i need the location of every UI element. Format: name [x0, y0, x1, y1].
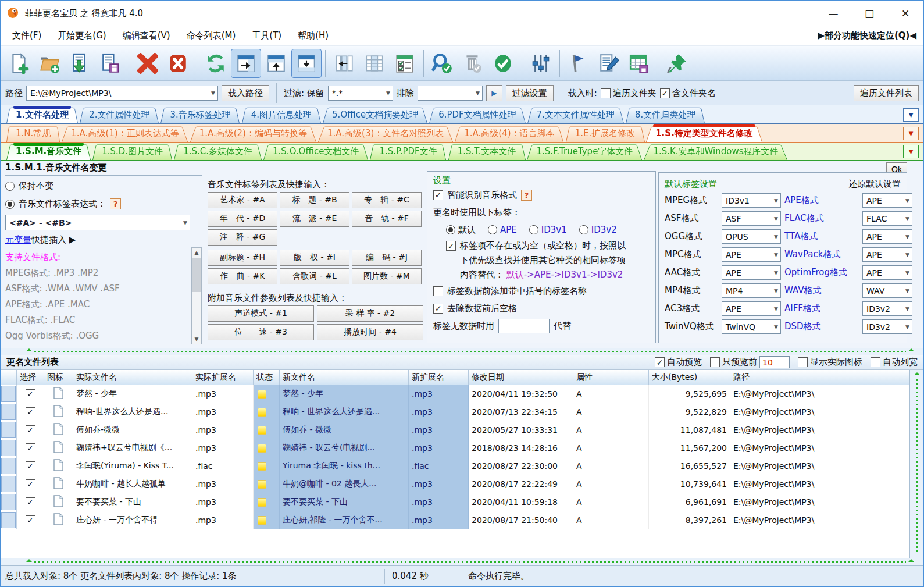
save-file-list-icon[interactable] [95, 49, 125, 78]
row-select-checkbox[interactable] [26, 479, 35, 489]
row-selector[interactable] [1, 385, 17, 403]
quick-locate-label[interactable]: ▶部分功能快速定位(Q)◀ [818, 30, 916, 41]
traverse-folders-checkbox[interactable] [601, 88, 611, 98]
format-tag-select[interactable]: ID3v1▼ [722, 193, 781, 208]
bracket-prefix-option[interactable]: 标签数据前添加带中括号的标签名称 [433, 282, 650, 300]
tabs2-tab-3[interactable]: 1.A.高级(2)：编码与转换等 [190, 124, 316, 142]
execute-rename-icon[interactable] [488, 49, 518, 78]
table-row[interactable]: 庄心妍 - 一万个舍不得.mp3庄心妍,祁隆 - 一万个舍不....mp3202… [1, 511, 909, 529]
table-row[interactable]: 傅如乔-微微.mp3傅如乔 - 微微.mp32020/05/27 10:33:3… [1, 421, 909, 439]
tabs1-tab-2[interactable]: 2.文件属性处理 [80, 106, 159, 123]
row-select-cell[interactable] [17, 511, 44, 529]
tag-insert-button[interactable]: 含歌词 - #L [280, 268, 349, 284]
table-row[interactable]: 梦然 - 少年.mp3梦然 - 少年.mp32020/04/11 19:32:5… [1, 385, 909, 403]
format-tag-select[interactable]: FLAC▼ [862, 211, 912, 226]
row-select-checkbox[interactable] [26, 497, 35, 507]
tag-insert-button[interactable]: 图片数 - #M [352, 268, 422, 284]
format-tag-select[interactable]: TwinVQ▼ [722, 319, 781, 334]
smart-detect-option[interactable]: 智能识别音乐格式 ? [433, 186, 650, 204]
table-row[interactable]: 牛奶咖啡 - 越长大越孤单.mp3牛奶@咖啡 - 02 越長大....mp320… [1, 475, 909, 493]
column-header-3[interactable]: 实际文件名 [73, 370, 192, 385]
auto-preview-option[interactable]: 自动预览 [655, 357, 702, 368]
tabs2-tab-1[interactable]: 1.N.常规 [6, 124, 60, 142]
tag-ape-option[interactable]: APE [488, 225, 517, 235]
filter-exclude-combobox[interactable]: ▼ [418, 86, 483, 101]
tag-insert-button[interactable]: 编 码 - #J [352, 250, 422, 266]
tag-insert-button[interactable]: 副标题 - #H [208, 250, 277, 266]
tabs3-tab-8[interactable]: 1.S.K.安卓和Windows程序文件 [644, 143, 787, 160]
tag-insert-button[interactable]: 标 题 - #B [280, 192, 349, 208]
format-tag-select[interactable]: WAV▼ [862, 283, 912, 298]
panel-up-icon[interactable] [261, 49, 291, 78]
column-header-7[interactable]: 新扩展名 [409, 370, 469, 385]
preview-count-input[interactable]: 10 [759, 356, 790, 368]
tag-insert-button[interactable]: 作 曲 - #K [208, 268, 277, 284]
tag-id3v2-option[interactable]: ID3v2 [579, 225, 617, 235]
tag-insert-button[interactable]: 音 轨 - #F [352, 211, 422, 227]
show-real-icons-option[interactable]: 显示实际图标 [798, 357, 862, 368]
format-tag-select[interactable]: MP4▼ [722, 283, 781, 298]
format-label-link[interactable]: OptimFrog格式 [784, 267, 859, 278]
clear-status-icon[interactable] [458, 49, 488, 78]
tabs1-tab-3[interactable]: 3.音乐标签处理 [160, 106, 240, 123]
menu-item[interactable]: 编辑查看(V) [115, 28, 179, 43]
row-select-checkbox[interactable] [26, 407, 35, 417]
close-button[interactable]: ✕ [887, 2, 923, 25]
options-sliders-icon[interactable] [526, 49, 556, 78]
filter-keep-combobox[interactable]: *.*▼ [328, 86, 393, 101]
tabs1-tab-1[interactable]: 1.文件名处理 [6, 106, 78, 123]
panel-right-icon[interactable] [231, 49, 261, 78]
tag-default-option[interactable]: 默认 [446, 225, 476, 236]
scroll-down-icon[interactable]: ▼ [195, 335, 199, 344]
vertical-splitter[interactable] [909, 370, 923, 558]
tabs3-tab-3[interactable]: 1.S.C.多媒体文件 [174, 143, 262, 160]
row-select-checkbox[interactable] [26, 515, 35, 525]
tabs1-tab-4[interactable]: 4.图片信息处理 [242, 106, 321, 123]
tag-insert-button[interactable]: 版 权 - #I [280, 250, 349, 266]
format-tag-select[interactable]: APE▼ [722, 265, 781, 280]
add-files-icon[interactable] [4, 49, 34, 78]
filter-settings-button[interactable]: 过滤设置 [506, 85, 554, 101]
param-insert-button[interactable]: 位 速 - #3 [208, 324, 314, 340]
tag-insert-button[interactable]: 年 代 - #D [208, 211, 277, 227]
trim-spaces-option[interactable]: 去除数据前后空格 [433, 300, 650, 317]
row-select-checkbox[interactable] [26, 443, 35, 453]
row-select-cell[interactable] [17, 475, 44, 493]
scroll-up-icon[interactable]: ▲ [195, 248, 199, 257]
traverse-folders-option[interactable]: 遍历文件夹 [601, 88, 657, 99]
refresh-icon[interactable] [201, 49, 231, 78]
column-header-8[interactable]: 修改日期 [469, 370, 573, 385]
row-select-checkbox[interactable] [26, 425, 35, 435]
format-label-link[interactable]: APE格式 [784, 195, 859, 206]
row-selector[interactable] [1, 475, 17, 493]
param-insert-button[interactable]: 采 样 率 - #2 [317, 305, 423, 322]
tag-insert-button[interactable]: 注 释 - #G [208, 229, 277, 246]
tabs1-tab-7[interactable]: 7.文本文件属性处理 [527, 106, 624, 123]
expression-help-button[interactable]: ? [110, 198, 121, 209]
row-selector[interactable] [1, 439, 17, 457]
row-select-checkbox[interactable] [26, 461, 35, 471]
horizontal-splitter[interactable] [1, 348, 923, 355]
auto-column-width-checkbox[interactable] [871, 357, 880, 367]
columns-layout-icon[interactable] [359, 49, 390, 78]
pin-window-icon[interactable] [662, 49, 692, 78]
quick-insert-label[interactable]: 快捷插入 ▶ [31, 234, 76, 246]
tag-fallback-checkbox[interactable] [446, 241, 456, 251]
select-options-icon[interactable] [390, 49, 420, 78]
format-label-link[interactable]: WAV格式 [784, 285, 859, 296]
format-tag-select[interactable]: ID3v2▼ [862, 319, 912, 334]
meta-variable-link[interactable]: 元变量 [5, 234, 31, 246]
format-tag-select[interactable]: APE▼ [722, 247, 781, 262]
tabs2-tab-2[interactable]: 1.A.高级(1)：正则表达式等 [62, 124, 188, 142]
format-tag-select[interactable]: ASF▼ [722, 211, 781, 226]
menu-item[interactable]: 帮助(H) [290, 28, 337, 43]
flag-locate-icon[interactable] [563, 49, 594, 78]
table-row[interactable]: 鞠婧祎+叹云兮电视剧《....mp3鞠婧祎 - 叹云兮(电视剧....mp320… [1, 439, 909, 457]
table-row[interactable]: 要不要买菜 - 下山.mp3要不要买菜 - 下山.mp32020/04/11 1… [1, 493, 909, 511]
row-select-cell[interactable] [17, 457, 44, 475]
include-folder-name-option[interactable]: 含文件夹名 [660, 88, 716, 99]
row-selector[interactable] [1, 493, 17, 511]
keep-unchanged-radio[interactable] [5, 182, 15, 191]
row-selector[interactable] [1, 511, 17, 529]
format-tag-select[interactable]: APE▼ [862, 193, 912, 208]
